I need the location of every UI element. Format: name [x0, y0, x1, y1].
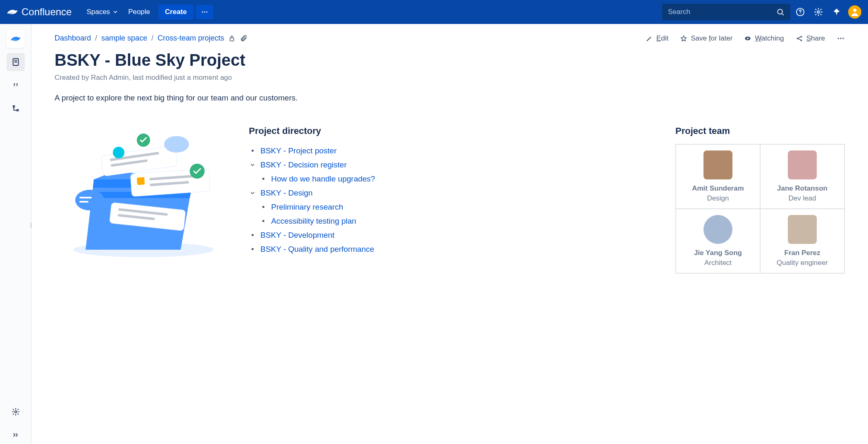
- save-later-button[interactable]: Save for later: [680, 34, 732, 43]
- watching-button[interactable]: Watching: [744, 34, 784, 43]
- rail-pages[interactable]: [7, 53, 25, 71]
- svg-rect-12: [230, 38, 234, 41]
- avatar-icon: [850, 7, 860, 17]
- create-button[interactable]: Create: [158, 5, 193, 19]
- member-role: Quality engineer: [777, 259, 828, 267]
- team-heading: Project team: [675, 126, 845, 136]
- search-box[interactable]: [662, 4, 790, 20]
- directory-link[interactable]: BSKY - Quality and performance: [260, 245, 374, 254]
- main-content: Dashboard / sample space / Cross-team pr…: [31, 24, 868, 444]
- project-team: Project team Amit SunderamDesignJane Rot…: [675, 126, 845, 274]
- notifications-button[interactable]: [828, 4, 845, 20]
- breadcrumb-link[interactable]: Cross-team projects: [157, 34, 224, 43]
- tree-icon: [11, 104, 20, 113]
- rail-home[interactable]: [7, 30, 25, 48]
- restrictions-icon[interactable]: [228, 35, 236, 42]
- svg-point-6: [817, 11, 820, 13]
- team-member[interactable]: Jie Yang SongArchitect: [676, 209, 760, 273]
- svg-point-7: [853, 9, 856, 12]
- svg-rect-24: [79, 201, 88, 203]
- svg-rect-23: [79, 197, 92, 198]
- member-role: Architect: [704, 259, 732, 267]
- svg-point-11: [14, 411, 17, 413]
- share-button[interactable]: Share: [796, 34, 825, 43]
- member-name: Jane Rotanson: [777, 184, 827, 193]
- member-avatar: [788, 215, 817, 244]
- product-logo[interactable]: Confluence: [7, 6, 72, 18]
- gear-icon: [814, 7, 823, 17]
- directory-item: •Accessibility testing plan: [249, 214, 659, 228]
- ellipsis-icon: [837, 34, 845, 43]
- edit-button[interactable]: Edit: [646, 34, 668, 43]
- spaces-label: Spaces: [86, 8, 110, 16]
- bullet-icon: •: [260, 174, 267, 184]
- people-menu[interactable]: People: [123, 5, 155, 19]
- directory-link[interactable]: BSKY - Design: [260, 189, 312, 198]
- member-avatar: [703, 215, 732, 244]
- bullet-icon: •: [249, 245, 256, 254]
- search-input[interactable]: [668, 8, 776, 16]
- rail-tree[interactable]: [7, 99, 25, 117]
- more-actions-button[interactable]: [837, 34, 845, 43]
- team-member[interactable]: Jane RotansonDev lead: [760, 144, 844, 209]
- svg-point-3: [777, 9, 782, 14]
- member-avatar: [788, 150, 817, 179]
- member-role: Dev lead: [788, 194, 816, 203]
- confluence-icon: [10, 33, 21, 44]
- svg-rect-30: [137, 177, 145, 185]
- directory-heading: Project directory: [249, 126, 659, 136]
- ellipsis-icon: [201, 8, 208, 16]
- breadcrumb-link[interactable]: sample space: [101, 34, 147, 43]
- illustration: [55, 126, 232, 258]
- top-navigation: Confluence Spaces People Create: [0, 0, 868, 24]
- search-icon: [776, 8, 785, 16]
- team-member[interactable]: Fran PerezQuality engineer: [760, 209, 844, 273]
- svg-point-1: [204, 12, 205, 13]
- product-name: Confluence: [21, 6, 72, 18]
- svg-point-5: [800, 14, 801, 14]
- rail-blog[interactable]: [7, 76, 25, 94]
- directory-item: BSKY - Design: [249, 186, 659, 200]
- eye-icon: [744, 35, 751, 42]
- more-button[interactable]: [196, 5, 213, 19]
- breadcrumb-link[interactable]: Dashboard: [55, 34, 91, 43]
- breadcrumb-separator: /: [151, 34, 153, 43]
- rail-settings[interactable]: [7, 403, 25, 421]
- directory-link[interactable]: BSKY - Development: [260, 231, 334, 240]
- directory-link[interactable]: Preliminary research: [271, 203, 343, 212]
- directory-link[interactable]: Accessibility testing plan: [271, 217, 356, 226]
- svg-point-19: [840, 38, 841, 39]
- directory-link[interactable]: BSKY - Project poster: [260, 146, 336, 155]
- project-directory: Project directory •BSKY - Project poster…: [249, 126, 659, 256]
- directory-link[interactable]: How do we handle upgrades?: [271, 174, 375, 184]
- member-name: Amit Sunderam: [692, 184, 744, 193]
- star-icon: [680, 35, 687, 42]
- breadcrumb-separator: /: [95, 34, 97, 43]
- directory-link[interactable]: BSKY - Decision register: [260, 160, 347, 169]
- page-title: BSKY - Blue Sky Project: [55, 51, 845, 69]
- directory-item: •BSKY - Quality and performance: [249, 242, 659, 256]
- svg-point-0: [202, 12, 203, 13]
- settings-button[interactable]: [810, 4, 827, 20]
- directory-item: BSKY - Decision register: [249, 158, 659, 172]
- svg-point-35: [164, 136, 189, 153]
- page-byline: Created by Rach Admin, last modified jus…: [55, 74, 845, 82]
- page-intro: A project to explore the next big thing …: [55, 93, 845, 103]
- breadcrumb: Dashboard / sample space / Cross-team pr…: [55, 34, 247, 43]
- attachments-icon[interactable]: [240, 35, 247, 42]
- spaces-menu[interactable]: Spaces: [81, 5, 123, 19]
- chevron-down-icon[interactable]: [249, 162, 256, 168]
- rail-collapse[interactable]: [7, 426, 25, 444]
- svg-point-2: [206, 12, 207, 13]
- svg-point-14: [747, 38, 749, 39]
- svg-point-18: [838, 38, 839, 39]
- help-button[interactable]: [792, 4, 808, 20]
- svg-point-20: [842, 38, 844, 39]
- team-member[interactable]: Amit SunderamDesign: [676, 144, 760, 209]
- share-icon: [796, 35, 803, 42]
- profile-avatar[interactable]: [848, 5, 861, 19]
- chevron-down-icon[interactable]: [249, 190, 256, 196]
- svg-point-28: [113, 147, 124, 158]
- bullet-icon: •: [260, 217, 267, 226]
- help-icon: [796, 7, 805, 17]
